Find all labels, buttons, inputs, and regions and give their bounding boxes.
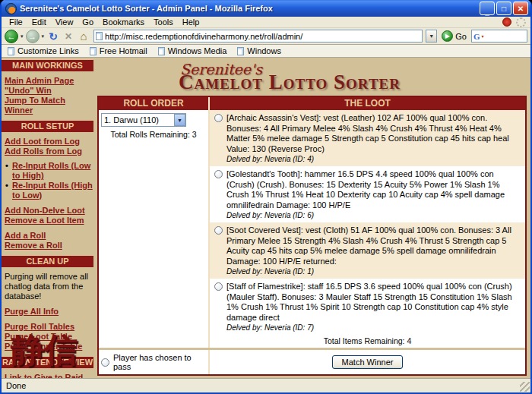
loot-item-delved-by: Delved by: Neveria (ID: 1) [226,267,521,277]
navigation-toolbar: ← ▾ → ▾ ↻ ✕ ⌂ ▼ ▶ Go G ▾ [2,28,530,45]
loot-item-radio[interactable] [214,170,223,178]
google-icon: G [473,32,480,41]
page-title-main: Camelot Lotto Sorter [179,71,401,93]
status-bar: Done [2,378,530,392]
minimize-button[interactable]: _ [480,2,495,15]
roll-order-select[interactable]: 1. Darwu (110) ▼ [101,113,186,127]
roll-order-cell: 1. Darwu (110) ▼ Total Rolls Remaining: … [99,110,210,348]
menu-file[interactable]: File [5,17,27,27]
loot-item-delved-by: Delved by: Neveria (ID: 4) [226,155,521,165]
bookmark-label: Windows [247,46,281,55]
sidebar-link-jump-to-match-winner[interactable]: Jump To Match Winner [5,96,93,115]
purge-warning-text: Purging will remove all chatlog data fro… [2,272,93,301]
bookmark-free-hotmail[interactable]: Free Hotmail [90,46,147,55]
sidebar-link-main-admin-page[interactable]: Main Admin Page [5,76,93,86]
bookmark-label: Customize Links [17,46,79,55]
status-text: Done [6,381,26,390]
bookmark-icon [90,47,97,55]
pass-label: Player has chosen to pass [113,353,206,371]
sidebar-link-add-non-delve-loot[interactable]: Add Non-Delve Loot [5,206,93,216]
search-engine-dropdown-icon[interactable]: ▾ [482,33,484,39]
bookmark-icon [158,47,165,55]
back-button[interactable]: ← [5,30,18,43]
sidebar-link-undo-win[interactable]: "Undo" Win [5,86,93,96]
sidebar-header-clean-up: CLEAN UP [2,256,93,267]
loot-item-radio[interactable] [214,114,223,122]
roll-order-header: ROLL ORDER [99,97,210,110]
loot-item: [Staff of Flamestrike]: staff 16.5 DPS 3… [210,279,525,335]
sidebar-link-add-loot-from-log[interactable]: Add Loot from Log [5,137,93,147]
loot-item-delved-by: Delved by: Neveria (ID: 7) [226,323,521,333]
sidebar-link-add-rolls-from-log[interactable]: Add Rolls from Log [5,147,93,156]
go-button-label[interactable]: Go [455,32,467,41]
firefox-icon [5,3,17,14]
bookmarks-toolbar: Customize Links Free Hotmail Windows Med… [2,45,530,58]
items-remaining-text: Total Items Remaining: 4 [210,335,525,348]
sidebar-link-purge-all-info[interactable]: Purge All Info [5,307,93,317]
page-title: Serenitee's Camelot Lotto Sorter [94,61,530,94]
reload-icon[interactable]: ↻ [46,30,60,43]
throbber-icon [516,17,526,27]
address-bar [93,30,423,43]
forward-dropdown-icon[interactable]: ▾ [42,33,45,39]
chevron-down-icon: ▼ [174,114,185,126]
bookmark-customize-links[interactable]: Customize Links [8,46,79,55]
sidebar-link-remove-loot-item[interactable]: Remove a Loot Item [5,216,93,225]
search-input[interactable] [486,32,516,41]
close-button[interactable]: ✕ [513,2,528,15]
loot-item-text: [Archaic Assassin's Vest]: vest (Leather… [226,113,521,154]
loot-list: [Archaic Assassin's Vest]: vest (Leather… [210,110,525,348]
loot-item: [Soot Covered Vest]: vest (Cloth) 51 AF … [210,222,525,279]
chinese-watermark: 静信 [11,333,78,367]
menu-tools[interactable]: Tools [149,17,178,27]
sidebar-link-give-to-raid[interactable]: Link to Give to Raid [5,373,93,378]
menu-go[interactable]: Go [78,17,98,27]
loot-item: [Archaic Assassin's Vest]: vest (Leather… [210,110,525,166]
sidebar-header-roll-setup: ROLL SETUP [2,121,93,132]
maximize-button[interactable]: □ [496,2,511,15]
loot-item-radio[interactable] [214,226,223,235]
sidebar-link-reinput-low-high[interactable]: Re-Input Rolls (Low to High) [12,161,90,180]
go-icon[interactable]: ▶ [442,30,453,42]
forward-button[interactable]: → [26,30,40,43]
page-content: MAIN WORKINGS Main Admin Page "Undo" Win… [2,58,530,378]
rolls-remaining-text: Total Rolls Remaining: 3 [101,130,206,139]
back-dropdown-icon[interactable]: ▾ [21,33,24,39]
bookmark-icon [237,47,244,55]
the-loot-header: THE LOOT [210,97,525,110]
pass-radio[interactable] [101,358,109,367]
sidebar-link-reinput-high-low[interactable]: Re-Input Rolls (High to Low) [12,181,93,200]
match-winner-button[interactable]: Match Winner [332,355,404,369]
menu-help[interactable]: Help [178,17,204,27]
sidebar-link-remove-a-roll[interactable]: Remove a Roll [5,241,93,251]
bookmark-windows-media[interactable]: Windows Media [158,46,227,55]
sidebar-header-main-workings: MAIN WORKINGS [2,60,93,71]
url-input[interactable] [105,32,420,41]
window-title: Serenitee's Camelot Lotto Sorter - Admin… [20,4,478,13]
bookmark-label: Windows Media [168,46,227,55]
resize-grip[interactable] [520,382,530,392]
menu-bar: File Edit View Go Bookmarks Tools Help [2,17,530,28]
stop-icon[interactable]: ✕ [62,30,75,43]
bookmark-icon [8,47,14,55]
menu-edit[interactable]: Edit [27,17,51,27]
loot-item-radio[interactable] [214,282,223,291]
pass-option: Player has chosen to pass [99,350,210,374]
main-area: Serenitee's Camelot Lotto Sorter ROLL OR… [93,58,530,378]
home-icon[interactable]: ⌂ [77,30,90,43]
title-bar: Serenitee's Camelot Lotto Sorter - Admin… [2,0,530,17]
loot-item-delved-by: Delved by: Neveria (ID: 6) [226,211,521,221]
loot-item: [Golestandt's Tooth]: hammer 16.5 DPS 4.… [210,166,525,222]
loot-item-text: [Staff of Flamestrike]: staff 16.5 DPS 3… [226,282,521,323]
update-notification-icon[interactable] [502,17,511,27]
browser-window: Serenitee's Camelot Lotto Sorter - Admin… [0,0,532,394]
menu-view[interactable]: View [51,17,78,27]
roll-order-selected-value: 1. Darwu (110) [102,115,174,125]
search-bar: G ▾ [471,30,527,43]
menu-bookmarks[interactable]: Bookmarks [98,17,149,27]
sidebar-link-add-a-roll[interactable]: Add a Roll [5,231,93,241]
sidebar: MAIN WORKINGS Main Admin Page "Undo" Win… [2,58,93,378]
loot-item-text: [Golestandt's Tooth]: hammer 16.5 DPS 4.… [226,169,521,210]
bookmark-windows[interactable]: Windows [237,46,281,55]
url-history-dropdown[interactable]: ▼ [426,30,437,43]
